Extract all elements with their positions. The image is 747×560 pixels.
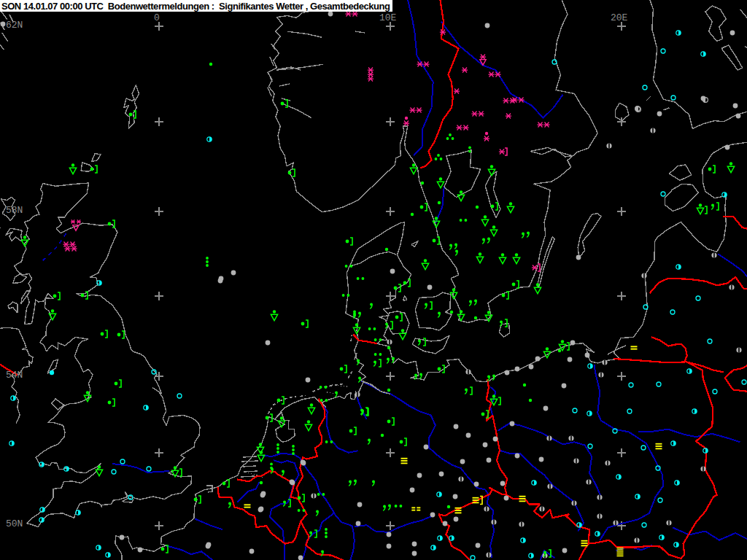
svg-text:58N: 58N xyxy=(6,205,23,216)
svg-text:0: 0 xyxy=(154,12,160,23)
svg-text:10E: 10E xyxy=(379,12,397,23)
svg-text:62N: 62N xyxy=(6,20,23,31)
svg-text:54N: 54N xyxy=(6,370,23,381)
svg-text:SON 14.01.07 00:00 UTC Bodenw: SON 14.01.07 00:00 UTC Bodenwettermeldun… xyxy=(1,1,390,12)
svg-text:20E: 20E xyxy=(611,12,628,23)
svg-text:50N: 50N xyxy=(6,518,23,529)
